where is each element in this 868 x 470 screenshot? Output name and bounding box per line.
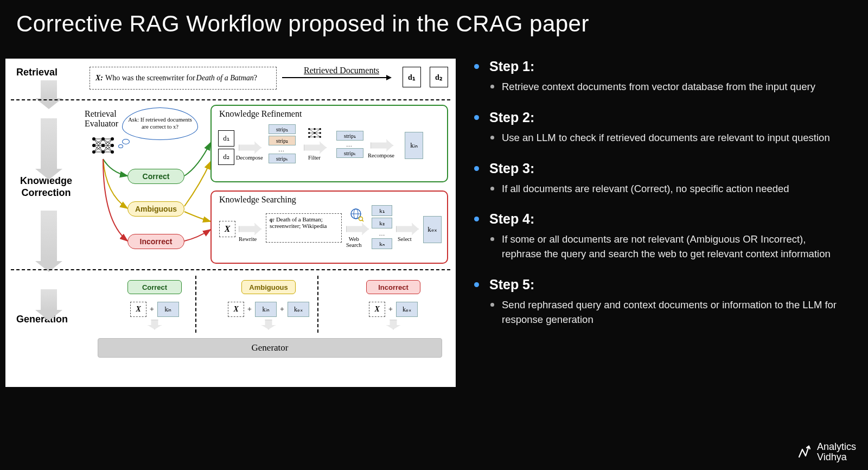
bubble-tail-icon [118,144,123,148]
brand-icon [797,443,813,461]
step-item: Step 1: Retrieve context documents from … [472,59,841,94]
gen-x: X [130,302,146,317]
kr-doc: d₁ [218,130,234,147]
step-title: Step 4: [472,211,841,227]
ks-title: Knowledge Searching [219,195,296,205]
globe-search-icon [350,208,364,222]
generator-block: Generator [98,338,442,358]
strip: strip₁ [269,124,296,134]
step-title: Step 2: [472,110,841,125]
arrow-right-icon [304,142,327,154]
badge-correct: Correct [127,169,184,184]
badge-ambiguous: Ambiguous [127,201,184,217]
strip-ellipsis: … [278,146,284,153]
page-title: Corrective RAG Workflow proposed in the … [0,0,868,42]
bullet-icon [474,282,479,287]
gen-x: X [228,302,244,317]
step-body: Retrieve context documents from vector d… [472,80,841,94]
input-query-box: X: Who was the screenwriter for Death of… [90,67,277,90]
svg-line-45 [362,220,364,222]
strip: strip₂ [269,136,296,145]
plus: + [150,305,154,314]
ks-q-text: Death of a Batman; screenwriter; Wikiped… [270,216,327,229]
gen-k: kᵢₙ [255,302,277,317]
query-italic: Death of a Batman [196,74,254,82]
arrow-right-icon [371,139,393,151]
knowledge-refinement-box: Knowledge Refinement d₁ d₂ Decompose str… [210,105,448,182]
svg-point-44 [359,217,363,221]
gen-badge: Ambiguous [241,280,296,294]
result-ellipsis: … [372,230,392,237]
bullet-icon [474,166,479,171]
plus: + [280,305,284,314]
ask-thought-bubble: Ask: If retrieved documents are correct … [122,107,198,140]
retrieved-documents-label: Retrieved Documents [304,66,379,75]
workflow-diagram: Retrieval Knowledge Correction Generatio… [5,59,456,387]
divider [11,269,450,270]
search-result: k₁ [372,205,392,216]
strip-ellipsis: … [346,141,352,148]
gen-k: kₑₓ [396,302,418,317]
query-x: X: [95,74,103,82]
strip: stripₖ [336,148,363,158]
step-body: If all documents are relevant (Correct),… [472,182,841,196]
brand-logo: Analytics Vidhya [797,442,856,462]
arrow-right-icon [239,223,261,235]
phase-label-retrieval: Retrieval [16,67,58,78]
rewritten-query: q: Death of a Batman; screenwriter; Wiki… [266,213,342,243]
strip: strip₁ [336,131,363,141]
gen-col-incorrect: Incorrect X + kₑₓ [339,276,448,335]
right-arrow-icon [282,77,391,78]
step-item: Step 2: Use an LLM to check if retrieved… [472,110,841,145]
divider [11,99,450,100]
gen-col-ambiguous: Ambiguous X + kᵢₙ + kₑₓ [214,276,323,335]
brand-line1: Analytics [817,442,856,452]
step-body: Send rephrased query and context documen… [472,298,841,327]
evaluator-label: Retrieval Evaluator [85,109,118,129]
ks-x: X [219,221,235,237]
plus: + [388,305,393,314]
op-select: Select [398,236,412,242]
query-tail: ? [254,74,257,82]
steps-panel: Step 1: Retrieve context documents from … [472,59,863,387]
down-arrow-icon [41,289,57,311]
step-title: Step 1: [472,59,841,74]
ask-bubble-text: Ask: If retrieved documents are correct … [127,117,193,130]
gen-k: kᵢₙ [157,302,179,317]
down-arrow-icon [41,80,57,99]
step-title: Step 5: [472,277,841,293]
kr-title: Knowledge Refinement [219,109,302,119]
brand-line2: Vidhya [817,452,856,462]
badge-incorrect: Incorrect [127,234,184,249]
step-item: Step 3: If all documents are relevant (C… [472,161,841,196]
op-websearch: Web Search [346,236,362,248]
arrow-right-icon [239,142,261,154]
knowledge-searching-box: Knowledge Searching X Rewrite q: Death o… [210,190,448,264]
op-recompose: Recompose [368,153,394,158]
query-text: Who was the screenwriter for [105,74,195,82]
step-body: Use an LLM to check if retrieved documen… [472,131,841,145]
gen-k: kₑₓ [288,302,309,317]
plus: + [247,305,252,314]
bubble-tail-icon [122,139,130,144]
neural-network-icon [307,126,323,139]
step-item: Step 5: Send rephrased query and context… [472,277,841,327]
op-decompose: Decompose [236,155,263,161]
ks-q-label: q: [270,216,275,223]
op-filter: Filter [308,155,321,161]
arrow-right-icon [396,223,419,235]
bullet-icon [474,64,479,69]
gen-x: X [369,302,385,317]
k-internal: kᵢₙ [405,132,423,159]
retrieved-doc: d₁ [403,67,421,87]
search-result: k₂ [372,218,392,228]
strip: stripₖ [269,154,296,163]
down-arrow-icon [41,211,57,262]
step-item: Step 4: If some or all documents are not… [472,211,841,262]
step-title: Step 3: [472,161,841,176]
gen-badge: Correct [127,280,182,294]
bullet-icon [474,115,479,120]
k-external: kₑₓ [423,216,442,243]
gen-badge: Incorrect [366,280,420,294]
gen-col-correct: Correct X + kᵢₙ [100,276,209,335]
